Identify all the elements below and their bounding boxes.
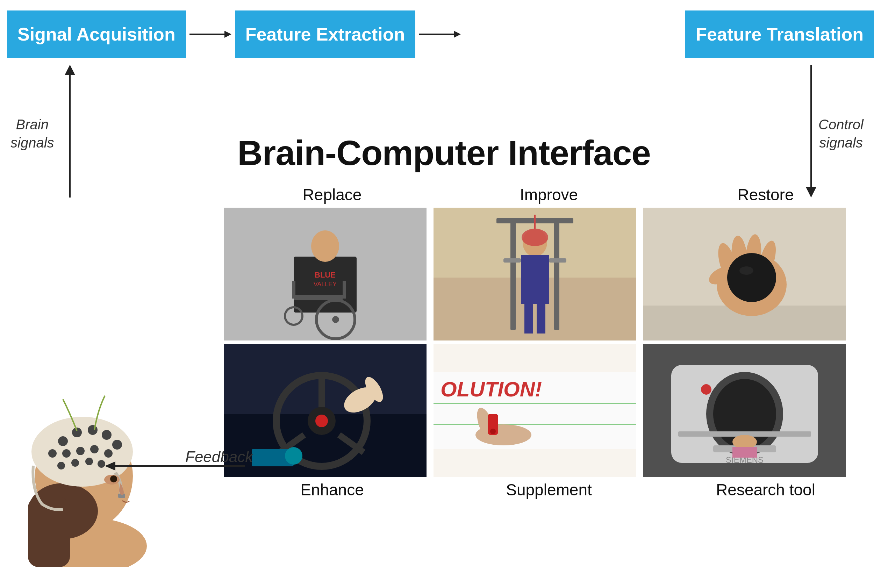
image-steering [224,344,426,477]
svg-marker-98 [105,462,116,471]
svg-point-53 [285,447,302,465]
image-wheelchair: BLUE VALLEY [224,208,426,340]
feature-translation-label: Feature Translation [696,24,864,44]
svg-point-86 [62,449,70,458]
svg-point-93 [98,460,105,468]
svg-point-40 [727,253,776,302]
svg-point-92 [85,458,93,465]
svg-rect-72 [732,447,757,458]
svg-marker-3 [454,31,461,38]
feature-extraction-label: Feature Extraction [245,24,405,44]
svg-point-83 [102,430,111,440]
label-enhance: Enhance [231,480,434,499]
left-vertical-arrow [61,64,79,199]
flow-row: Signal Acquisition Feature Extraction Fe… [7,10,881,58]
svg-point-88 [90,445,99,453]
feedback-arrow [105,457,245,476]
bottom-labels-row: Enhance Supplement Research tool [224,480,874,499]
svg-point-12 [332,316,339,323]
svg-point-10 [311,230,339,262]
svg-point-62 [490,429,496,434]
svg-point-49 [315,415,328,427]
bci-title: Brain-Computer Interface [0,133,888,173]
svg-point-84 [112,440,122,450]
svg-rect-27 [549,258,566,262]
bci-title-text: Brain-Computer Interface [237,133,651,172]
signal-acquisition-label: Signal Acquisition [18,24,176,44]
svg-rect-26 [503,258,521,262]
arrow-2 [416,27,464,41]
right-vertical-arrow [802,64,820,199]
arrow-1 [186,27,235,41]
svg-point-71 [732,435,757,449]
svg-rect-25 [521,255,549,304]
label-research-tool: Research tool [664,480,867,499]
top-images-row: BLUE VALLEY [224,208,874,340]
feature-extraction-box: Feature Extraction [235,10,416,58]
svg-point-82 [88,425,98,435]
label-supplement: Supplement [447,480,650,499]
top-labels-row: Replace Improve Restore [224,185,874,204]
label-replace: Replace [231,185,434,204]
label-improve: Improve [447,185,650,204]
image-mri: SIEMENS [643,344,846,477]
svg-point-68 [701,384,711,394]
svg-rect-15 [292,281,296,298]
feature-translation-box: Feature Translation [685,10,874,58]
image-hand-ball [643,208,846,340]
svg-text:BLUE: BLUE [315,271,336,279]
main-container: Signal Acquisition Feature Extraction Fe… [0,0,888,588]
bottom-images-row: OLUTION! [224,344,874,477]
svg-text:VALLEY: VALLEY [314,281,337,288]
svg-point-80 [58,436,68,446]
svg-rect-29 [537,302,545,333]
svg-marker-1 [225,31,231,38]
svg-point-87 [76,447,85,455]
eeg-person [7,343,189,567]
svg-point-85 [48,449,57,458]
svg-rect-22 [554,218,560,330]
image-grid-area: Replace Improve Restore [224,185,874,499]
svg-rect-16 [343,281,346,298]
label-restore: Restore [664,185,867,204]
svg-point-30 [522,229,548,246]
svg-point-96 [110,476,117,482]
image-exoskeleton [434,208,636,340]
svg-point-41 [740,266,753,275]
svg-rect-28 [524,302,533,333]
image-writing: OLUTION! [434,344,636,477]
svg-rect-14 [294,295,343,300]
svg-rect-21 [510,218,516,330]
svg-point-91 [71,459,79,467]
svg-marker-5 [64,64,75,75]
svg-point-90 [57,462,65,470]
signal-acquisition-box: Signal Acquisition [7,10,186,58]
svg-text:OLUTION!: OLUTION! [441,378,542,401]
svg-point-89 [104,449,112,458]
